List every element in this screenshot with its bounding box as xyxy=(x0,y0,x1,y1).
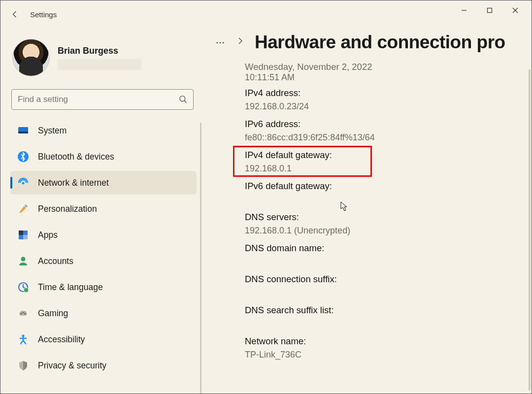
close-icon xyxy=(512,7,519,14)
svg-rect-11 xyxy=(23,230,28,235)
gamepad-icon xyxy=(17,307,29,319)
apps-grid-icon xyxy=(17,229,29,241)
sidebar-item-apps[interactable]: Apps xyxy=(10,223,197,247)
sidebar-item-bluetooth-devices[interactable]: Bluetooth & devices xyxy=(10,145,197,168)
search-icon xyxy=(178,95,188,104)
sidebar-item-label: Bluetooth & devices xyxy=(38,152,114,162)
breadcrumb-chevron-icon xyxy=(236,36,248,48)
property-label: DNS servers: xyxy=(245,212,532,223)
property-label: DNS domain name: xyxy=(245,243,532,254)
svg-point-19 xyxy=(22,312,23,313)
person-icon xyxy=(17,255,29,267)
content-pane: Wednesday, November 2, 2022 10:11:51 AM … xyxy=(207,62,532,394)
property-value: 192.168.0.1 xyxy=(245,164,532,174)
sidebar-item-network-internet[interactable]: Network & internet xyxy=(10,171,197,195)
svg-rect-13 xyxy=(23,235,28,239)
property-row: DNS servers:192.168.0.1 (Unencrypted) xyxy=(245,212,532,236)
clock-globe-icon xyxy=(17,281,29,293)
sidebar-item-label: Network & internet xyxy=(38,178,109,188)
user-name: Brian Burgess xyxy=(58,46,141,56)
sidebar-item-label: Personalization xyxy=(38,204,97,214)
arrow-left-icon xyxy=(11,10,20,19)
property-row: IPv6 default gateway: xyxy=(245,181,532,205)
timestamp-time: 10:11:51 AM xyxy=(245,72,532,83)
app-title: Settings xyxy=(30,10,57,19)
property-label: IPv6 address: xyxy=(245,119,532,130)
accessibility-icon xyxy=(17,333,29,345)
svg-rect-10 xyxy=(19,230,23,235)
sidebar: Brian Burgess SystemBluetooth & devicesN… xyxy=(0,28,207,394)
property-label: IPv6 default gateway: xyxy=(245,181,532,192)
property-value: fe80::86cc:d319:6f25:84ff%13/64 xyxy=(245,132,532,143)
svg-rect-12 xyxy=(19,235,23,239)
sidebar-item-accounts[interactable]: Accounts xyxy=(10,249,197,273)
svg-rect-1 xyxy=(488,8,492,13)
sidebar-item-label: Accounts xyxy=(38,256,73,266)
maximize-icon xyxy=(486,7,493,14)
close-button[interactable] xyxy=(503,1,528,19)
svg-point-16 xyxy=(24,288,29,293)
main: ··· Hardware and connection pro Wednesda… xyxy=(207,28,532,394)
wifi-icon xyxy=(17,177,29,189)
search-box[interactable] xyxy=(11,89,194,110)
nav-list: SystemBluetooth & devicesNetwork & inter… xyxy=(10,119,202,377)
titlebar: Settings xyxy=(0,0,532,28)
sidebar-item-label: Privacy & security xyxy=(38,361,106,371)
property-value: TP-Link_736C xyxy=(245,350,532,360)
property-value: 192.168.0.23/24 xyxy=(245,101,532,112)
back-button[interactable] xyxy=(6,5,24,23)
sidebar-item-label: Gaming xyxy=(38,308,68,319)
search-input[interactable] xyxy=(17,94,178,105)
property-row: Network name:TP-Link_736C xyxy=(245,336,532,360)
shield-icon xyxy=(17,360,29,371)
property-value xyxy=(245,288,532,298)
svg-point-9 xyxy=(22,182,25,185)
sidebar-item-system[interactable]: System xyxy=(10,119,197,142)
sidebar-scrollbar[interactable] xyxy=(200,123,201,394)
svg-line-5 xyxy=(185,101,187,103)
sidebar-item-time-language[interactable]: Time & language xyxy=(10,275,197,299)
user-email-redacted xyxy=(58,59,141,70)
maximize-button[interactable] xyxy=(477,1,502,19)
profile-block[interactable]: Brian Burgess xyxy=(10,33,202,86)
property-label: DNS search suffix list: xyxy=(245,305,532,316)
property-label: IPv4 default gateway: xyxy=(245,150,532,161)
property-value xyxy=(245,319,532,329)
property-value: 192.168.0.1 (Unencrypted) xyxy=(245,226,532,236)
avatar xyxy=(12,39,50,76)
minimize-button[interactable] xyxy=(452,1,476,19)
page-title: Hardware and connection pro xyxy=(255,32,505,53)
svg-point-20 xyxy=(23,312,24,313)
property-label: IPv4 address: xyxy=(245,88,532,98)
property-row: IPv4 address:192.168.0.23/24 xyxy=(245,88,532,112)
property-value xyxy=(245,257,532,267)
bluetooth-icon xyxy=(17,151,29,163)
svg-point-4 xyxy=(180,96,185,101)
paintbrush-icon xyxy=(17,203,29,215)
property-row: DNS connection suffix: xyxy=(245,274,532,298)
content-scrollbar[interactable] xyxy=(529,69,531,391)
sidebar-item-label: Apps xyxy=(38,230,58,240)
page-header: ··· Hardware and connection pro xyxy=(207,28,532,62)
property-row: IPv4 default gateway:192.168.0.1 xyxy=(245,150,532,174)
timestamp-date: Wednesday, November 2, 2022 xyxy=(245,62,532,72)
property-label: DNS connection suffix: xyxy=(245,274,532,285)
sidebar-item-label: Accessibility xyxy=(38,334,85,345)
sidebar-item-gaming[interactable]: Gaming xyxy=(10,301,197,325)
svg-point-17 xyxy=(21,313,22,315)
monitor-icon xyxy=(17,125,29,136)
svg-point-14 xyxy=(21,257,26,262)
property-value xyxy=(245,195,532,205)
sidebar-item-accessibility[interactable]: Accessibility xyxy=(10,328,197,351)
sidebar-item-label: Time & language xyxy=(38,282,103,293)
breadcrumb-more-button[interactable]: ··· xyxy=(211,33,229,51)
property-label: Network name: xyxy=(245,336,532,347)
property-row: DNS domain name: xyxy=(245,243,532,267)
svg-rect-7 xyxy=(18,131,28,133)
window-caption-buttons xyxy=(452,1,528,19)
sidebar-item-label: System xyxy=(38,126,66,136)
sidebar-item-personalization[interactable]: Personalization xyxy=(10,197,197,221)
sidebar-item-privacy-security[interactable]: Privacy & security xyxy=(10,354,197,377)
property-row: IPv6 address:fe80::86cc:d319:6f25:84ff%1… xyxy=(245,119,532,143)
svg-point-18 xyxy=(25,313,26,315)
